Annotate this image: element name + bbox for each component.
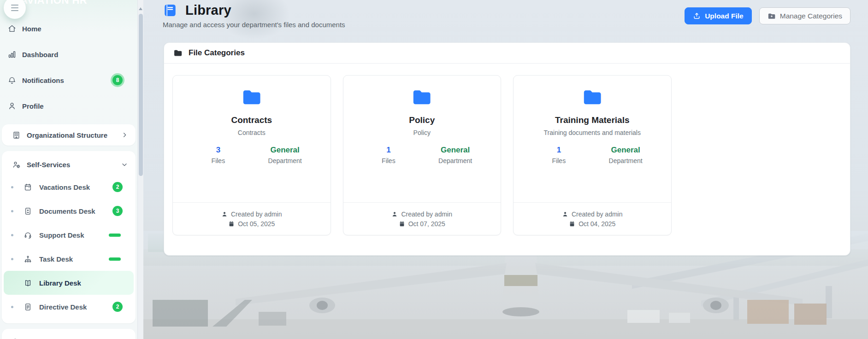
bullet-dot [11,210,13,212]
folder-plus-icon [768,12,776,20]
sidebar-item-label: Dashboard [22,51,58,58]
sidebar-nav: Home Dashboard Notifications 8 Profile O… [0,16,137,339]
person-gear-icon [12,160,21,169]
building-icon [12,131,21,140]
page-title: Library [185,3,231,18]
folder-icon [409,87,435,108]
task-desk-dash-badge [109,257,121,261]
files-count: 3 [185,146,252,155]
main-content: Library Manage and access your departmen… [143,0,868,339]
category-stats: 3 Files General Department [173,146,331,164]
sidebar-item-library-desk[interactable]: Library Desk [4,271,134,295]
category-name: Contracts [231,115,272,125]
sidebar-item-self-services[interactable]: Self-Services [2,154,136,175]
bullet-dot [11,186,13,188]
bullet-dot [11,306,13,308]
sidebar: AVIATION HR Home Dashboard Notifications… [0,0,137,339]
department-label: Department [422,157,489,164]
created-date: Oct 07, 2025 [408,220,445,228]
upload-file-button[interactable]: Upload File [685,7,752,24]
sidebar-item-label: Profile [22,102,44,110]
sidebar-item-organizational-structure[interactable]: Organizational Structure [2,124,136,146]
category-description: Training documents and materials [544,129,641,136]
department-label: Department [252,157,319,164]
manage-categories-label: Manage Categories [780,12,842,20]
brand-row: AVIATION HR [0,0,137,16]
sidebar-item-vacations-desk[interactable]: Vacations Desk 2 [4,175,134,199]
category-stats: 1 Files General Department [514,146,671,164]
person-icon [7,101,17,111]
category-card-contracts[interactable]: Contracts Contracts 3 Files General Depa… [172,75,331,235]
documents-desk-badge: 3 [112,206,123,216]
sidebar-item-label: Home [22,25,41,33]
sidebar-item-label: Documents Desk [39,207,95,215]
created-by: Created by admin [572,210,623,218]
sidebar-item-label: Directive Desk [39,303,87,311]
directive-desk-badge: 2 [112,302,123,312]
calendar-icon [569,221,575,227]
sidebar-item-home[interactable]: Home [0,16,137,41]
created-date: Oct 05, 2025 [238,220,275,228]
sidebar-item-label: Organizational Structure [27,131,107,139]
upload-icon [693,12,701,20]
sidebar-item-label: Vacations Desk [39,183,90,191]
book-open-icon [24,279,32,287]
person-icon [221,211,228,217]
sidebar-item-label: Notifications [22,76,64,84]
people-icon [12,337,21,339]
sidebar-item-task-desk[interactable]: Task Desk [4,247,134,271]
sidebar-item-dashboard[interactable]: Dashboard [0,41,137,67]
chevron-down-icon [121,161,128,168]
sidebar-item-staff[interactable]: STAFF [2,331,136,339]
diagram-icon [24,255,32,263]
sidebar-item-directive-desk[interactable]: Directive Desk 2 [4,295,134,319]
hamburger-icon [11,5,18,6]
support-desk-dash-badge [109,234,121,237]
panel-title: File Categories [189,48,245,58]
category-name: Policy [409,115,435,125]
sidebar-item-support-desk[interactable]: Support Desk [4,223,134,247]
sidebar-item-profile[interactable]: Profile [0,93,137,119]
category-description: Policy [413,129,431,136]
panel-header: File Categories [164,43,850,64]
app-window: AVIATION HR Home Dashboard Notifications… [0,0,868,339]
sidebar-item-notifications[interactable]: Notifications 8 [0,67,137,93]
department-name: General [422,146,489,155]
library-book-icon [163,3,177,18]
created-by: Created by admin [231,210,282,218]
vacations-desk-badge: 2 [112,182,123,192]
sidebar-item-label: Task Desk [39,255,73,263]
category-card-training-materials[interactable]: Training Materials Training documents an… [513,75,672,235]
notifications-badge: 8 [112,75,123,85]
headset-icon [24,231,32,240]
scrollbar-up-arrow[interactable] [139,7,142,10]
home-icon [7,24,17,33]
created-date: Oct 04, 2025 [579,220,615,228]
files-count: 1 [526,146,592,155]
bell-icon [7,76,17,85]
created-by: Created by admin [401,210,452,218]
calendar-icon [399,221,405,227]
self-services-group: Self-Services Vacations Desk 2 Documents… [2,151,136,323]
category-name: Training Materials [555,115,630,125]
category-footer: Created by admin Oct 05, 2025 [173,202,331,235]
category-footer: Created by admin Oct 04, 2025 [514,202,671,235]
files-label: Files [185,157,252,164]
manage-categories-button[interactable]: Manage Categories [759,7,850,24]
calendar-icon [24,183,32,192]
sidebar-scrollbar[interactable] [137,0,143,339]
folder-icon [579,87,605,108]
category-cards-grid: Contracts Contracts 3 Files General Depa… [164,64,850,235]
sidebar-item-documents-desk[interactable]: Documents Desk 3 [4,199,134,223]
calendar-icon [228,221,235,227]
files-label: Files [526,157,592,164]
org-structure-group: Organizational Structure [2,124,136,146]
bullet-dot [11,258,13,260]
sidebar-item-label: STAFF [27,338,49,339]
sidebar-item-label: Self-Services [27,161,70,169]
files-count: 1 [355,146,422,155]
category-description: Contracts [238,129,266,136]
department-name: General [252,146,319,155]
category-card-policy[interactable]: Policy Policy 1 Files General Department [343,75,502,235]
scrollbar-thumb[interactable] [139,14,143,176]
